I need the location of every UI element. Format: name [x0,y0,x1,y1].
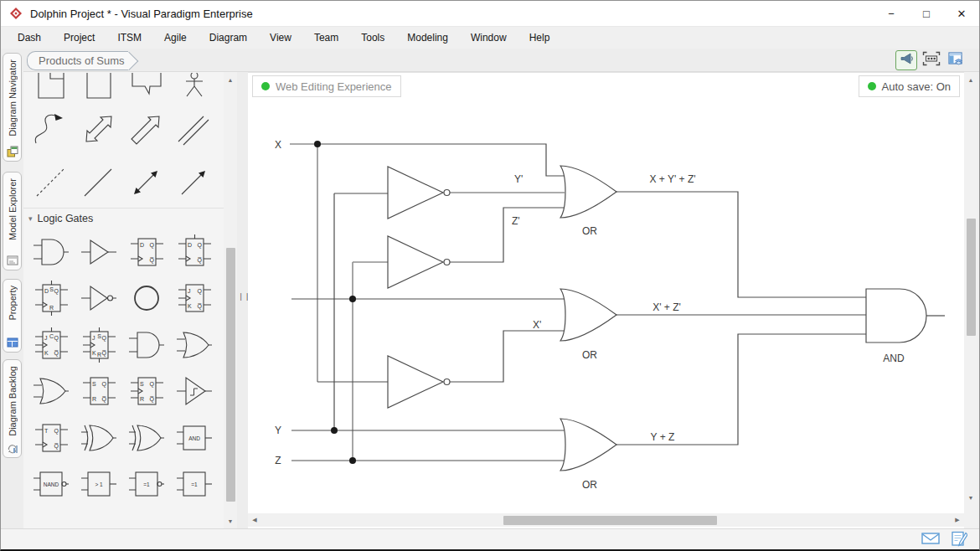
jck-flip-flop[interactable]: JCQKQ̅ [28,322,75,368]
package-shape[interactable] [28,72,75,99]
arrow-outline-shape[interactable] [123,99,170,161]
palette-scrollbar-thumb[interactable] [226,248,235,502]
fit-selection-button[interactable] [921,50,942,70]
menu-item-help[interactable]: Help [529,32,550,44]
menu-item-window[interactable]: Window [471,32,507,44]
or-box[interactable]: > 1 [75,461,122,508]
buffer-gate[interactable] [75,229,122,276]
actor-shape[interactable] [171,72,218,99]
or-gate-bottom[interactable] [560,419,616,471]
vertical-scrollbar[interactable]: ▲ ▼ [964,72,977,528]
svg-text:=1: =1 [191,481,198,487]
maximize-button[interactable]: □ [909,1,944,26]
panel-splitter[interactable]: ❘❘ [237,72,248,528]
menu-item-dash[interactable]: Dash [18,32,41,44]
and-gate-output[interactable] [866,289,926,342]
or-gate[interactable] [171,322,218,368]
collapse-triangle-icon: ▾ [28,214,33,223]
green-dot-icon [261,82,270,90]
svg-text:D: D [188,242,192,248]
logic-circuit-drawing[interactable]: XYZY'Z'X'X + Y' + Z'X' + Z'Y + ZORORORAN… [248,73,964,514]
scroll-down-icon[interactable]: ▼ [964,492,977,503]
mail-icon[interactable] [921,532,940,548]
compose-note-icon[interactable] [952,530,967,550]
d-flip-flop-clock[interactable]: DQQ̅ [171,229,218,276]
sidebar-tab-diagram-navigator[interactable]: Diagram Navigator [3,53,22,162]
svg-text:AND: AND [188,435,200,440]
scroll-left-icon[interactable]: ◀ [248,517,261,523]
sidebar-tab-model-explorer[interactable]: Model Explorer [3,172,22,270]
menu-item-tools[interactable]: Tools [361,32,384,44]
line-shape[interactable] [75,161,122,204]
vertical-scrollbar-thumb[interactable] [967,219,976,336]
sidebar-tab-label: Property [8,286,18,321]
general-shapes-grid [23,72,224,204]
curve-arrow-shape[interactable] [28,99,75,161]
or-gate-top[interactable] [560,166,616,218]
horizontal-scrollbar-thumb[interactable] [503,516,717,525]
t-flip-flop[interactable]: TQQ̅ [28,415,75,461]
and-box[interactable]: AND [171,415,218,461]
autosave-badge[interactable]: Auto save: On [859,75,960,97]
sidebar-tab-diagram-backlog[interactable]: Diagram Backlog [3,359,22,458]
xnor-box[interactable]: =1 [171,461,218,508]
not-gate-1[interactable] [388,167,450,219]
double-arrow-shape[interactable] [123,161,170,204]
xor-gate-2[interactable] [123,415,170,461]
app-window: Dolphin Project * - Visual Paradigm Ente… [0,0,980,551]
and-gate[interactable] [28,229,75,276]
or-gate-middle[interactable] [560,289,616,341]
menu-item-modeling[interactable]: Modeling [407,32,448,44]
state-circle[interactable] [123,276,170,322]
palette-scrollbar[interactable]: ▲ ▼ [224,72,237,528]
sr-flip-flop[interactable]: SQRQ̅ [75,368,122,415]
minimize-button[interactable]: − [874,1,909,26]
logic-gates-section-header[interactable]: ▾ Logic Gates [23,209,224,229]
layout-window-button[interactable] [946,50,967,70]
gates[interactable] [388,166,926,471]
scroll-down-icon[interactable]: ▼ [224,515,237,527]
svg-text:> 1: > 1 [95,481,103,487]
menu-item-view[interactable]: View [270,32,291,44]
svg-text:J: J [92,335,95,341]
sidebar-tab-label: Model Explorer [8,178,18,240]
scroll-up-icon[interactable]: ▲ [224,74,237,85]
jsk-flip-flop[interactable]: JSQKRQ̅ [75,322,122,368]
diagram-canvas[interactable]: XYZY'Z'X'X + Y' + Z'X' + Z'Y + ZORORORAN… [248,72,964,528]
tab-products-of-sums[interactable]: Products of Sums [27,51,128,70]
sr-flip-flop-clock[interactable]: SQRQ̅ [123,368,170,415]
jk-flip-flop[interactable]: JQKQ̅ [171,276,218,322]
not-gate[interactable] [75,276,122,322]
scroll-up-icon[interactable]: ▲ [964,74,977,85]
callout-shape[interactable] [123,72,170,99]
schmitt-buffer[interactable] [171,368,218,415]
sidebar-tab-property[interactable]: Property [3,279,22,353]
circuit-label: AND [883,353,905,364]
and-gate-2[interactable] [123,322,170,368]
presentation-mode-button[interactable] [895,50,917,70]
rectangle-shape[interactable] [75,72,122,99]
menu-item-diagram[interactable]: Diagram [209,32,247,44]
scroll-right-icon[interactable]: ▶ [951,517,964,523]
menu-item-agile[interactable]: Agile [164,32,187,44]
close-button[interactable]: ✕ [944,1,979,26]
not-gate-2[interactable] [388,236,450,288]
menu-item-project[interactable]: Project [64,32,95,44]
d-flip-flop[interactable]: DQQ̅ [123,229,170,276]
or-gate-2[interactable] [28,368,75,415]
double-arrow-outline-shape[interactable] [75,99,122,161]
arrow-shape[interactable] [171,161,218,204]
not-gate-3[interactable] [388,356,450,408]
menu-item-team[interactable]: Team [314,32,338,44]
web-editing-badge[interactable]: Web Editing Experience [252,75,401,97]
xor-gate[interactable] [75,415,122,461]
xor-box[interactable]: =1 [123,461,170,508]
parallel-lines-shape[interactable] [171,99,218,161]
svg-text:C: C [49,333,53,339]
dashed-line-shape[interactable] [28,161,75,204]
sd-flip-flop[interactable]: DSQR [28,276,75,322]
nand-box[interactable]: NAND [28,461,75,508]
horizontal-scrollbar[interactable]: ◀ ▶ [248,513,964,527]
junction-dots [314,141,356,464]
menu-item-itsm[interactable]: ITSM [117,32,142,44]
